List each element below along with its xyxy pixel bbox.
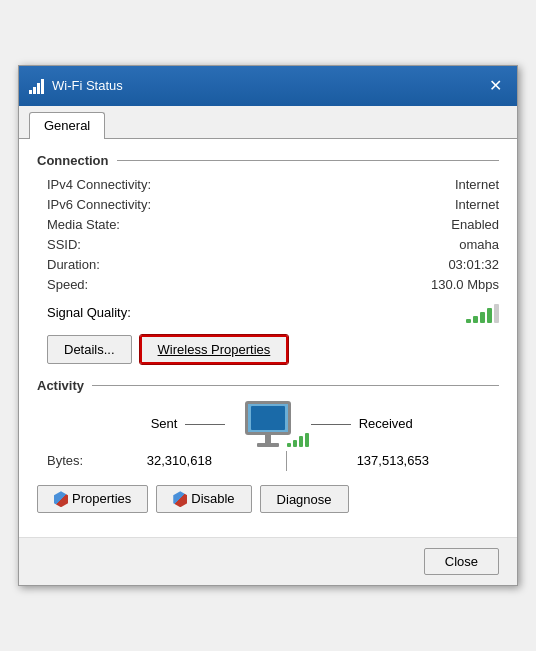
bytes-received-value: 137,513,653 [297,453,489,468]
bytes-sent-value: 32,310,618 [83,453,275,468]
ssid-value: omaha [187,236,499,253]
shield-icon-disable [173,491,187,507]
ipv6-value: Internet [187,196,499,213]
monitor [245,401,291,435]
mini-bar-1 [287,443,291,447]
speed-label: Speed: [47,276,187,293]
connection-info-grid: IPv4 Connectivity: Internet IPv6 Connect… [47,176,499,293]
bar-2 [473,316,478,323]
disable-button[interactable]: Disable [156,485,251,514]
close-button[interactable]: Close [424,548,499,575]
ipv4-label: IPv4 Connectivity: [47,176,187,193]
speed-value: 130.0 Mbps [187,276,499,293]
bar-1 [466,319,471,323]
ssid-label: SSID: [47,236,187,253]
properties-label: Properties [72,491,131,506]
connection-buttons-row: Details... Wireless Properties [47,335,499,364]
computer-icon [245,401,291,447]
received-label: Received [359,416,413,431]
bar-5 [494,304,499,323]
received-line [311,424,351,425]
shield-icon-properties [54,491,68,507]
sent-label: Sent [151,416,178,431]
monitor-base [257,443,279,447]
duration-value: 03:01:32 [187,256,499,273]
close-window-button[interactable]: ✕ [483,74,507,98]
tab-general[interactable]: General [29,112,105,139]
tab-bar: General [19,106,517,139]
wifi-status-window: Wi-Fi Status ✕ General Connection IPv4 C… [18,65,518,587]
mini-signal-bars [287,431,309,447]
mini-bar-3 [299,436,303,447]
media-state-label: Media State: [47,216,187,233]
ipv6-label: IPv6 Connectivity: [47,196,187,213]
bottom-buttons-row: Properties Disable Diagnose [37,485,499,514]
bytes-row: Bytes: 32,310,618 137,513,653 [47,451,489,471]
titlebar: Wi-Fi Status ✕ [19,66,517,106]
properties-button[interactable]: Properties [37,485,148,514]
disable-label: Disable [191,491,234,506]
activity-section: Activity Sent [37,378,499,471]
titlebar-left: Wi-Fi Status [29,78,123,94]
main-content: Connection IPv4 Connectivity: Internet I… [19,139,517,538]
activity-header-row: Sent [37,401,499,447]
media-state-value: Enabled [187,216,499,233]
bar-4 [487,308,492,323]
details-button[interactable]: Details... [47,335,132,364]
mini-bar-2 [293,440,297,447]
wifi-icon [29,78,44,94]
wireless-properties-button[interactable]: Wireless Properties [140,335,289,364]
footer: Close [19,537,517,585]
mini-bar-4 [305,433,309,447]
computer-icon-wrap [245,401,291,447]
signal-quality-label: Signal Quality: [47,305,131,320]
duration-label: Duration: [47,256,187,273]
bytes-label: Bytes: [47,453,83,468]
ipv4-value: Internet [187,176,499,193]
activity-section-header: Activity [37,378,499,393]
bar-3 [480,312,485,323]
monitor-screen [251,406,285,430]
connection-section-header: Connection [37,153,499,168]
window-title: Wi-Fi Status [52,78,123,93]
sent-line [185,424,225,425]
diagnose-button[interactable]: Diagnose [260,485,349,514]
signal-quality-row: Signal Quality: [47,303,499,323]
monitor-stand [265,435,271,443]
signal-quality-bars [466,303,499,323]
bytes-divider [286,451,287,471]
